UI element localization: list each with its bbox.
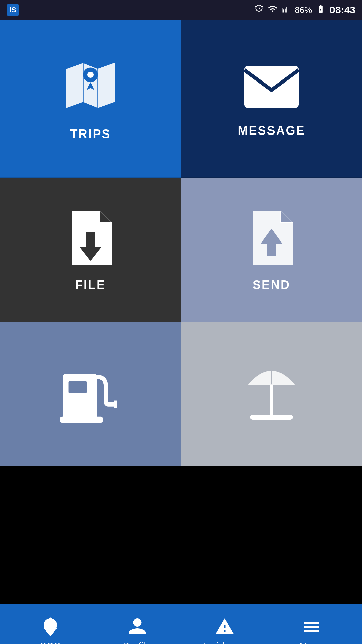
send-icon [245,208,298,268]
file-icon [64,208,117,268]
svg-rect-4 [244,66,299,108]
svg-rect-8 [267,243,276,256]
send-label: SEND [253,278,290,292]
file-label: FILE [75,278,106,292]
leisure-icon [238,356,305,423]
tile-leisure[interactable] [181,322,362,466]
svg-point-3 [87,72,94,78]
tile-message[interactable]: MESSAGE [181,20,362,178]
main-grid: TRIPS MESSAGE FILE [0,20,362,604]
svg-rect-5 [86,232,95,247]
profile-icon [127,616,147,638]
status-time: 08:43 [329,4,355,16]
status-bar: IS 86% 08:43 [0,0,362,20]
battery-icon [316,4,325,16]
nav-sos[interactable]: SOS [7,616,94,644]
nav-incidence[interactable]: Incidence [181,616,268,644]
wifi-icon [268,4,277,16]
profile-label: Profile [123,641,152,644]
nav-menu[interactable]: Menu [268,616,355,644]
svg-rect-9 [63,374,97,420]
message-icon [241,60,302,114]
svg-rect-11 [60,417,103,423]
signal-icon [281,4,291,16]
trips-icon [60,57,121,117]
fuel-icon [57,356,124,423]
status-right: 86% 08:43 [254,4,355,16]
incidence-label: Incidence [203,641,246,644]
tile-send[interactable]: SEND [181,178,362,322]
message-label: MESSAGE [238,124,305,138]
battery-level: 86% [295,5,312,15]
svg-rect-10 [69,381,87,393]
menu-icon [302,616,322,638]
menu-label: Menu [299,641,324,644]
tile-trips[interactable]: TRIPS [0,20,181,178]
status-left: IS [7,4,19,16]
bottom-nav: SOS Profile Incidence Menu [0,604,362,644]
tile-file[interactable]: FILE [0,178,181,322]
svg-rect-16 [250,415,293,420]
sos-label: SOS [40,641,61,644]
nav-profile[interactable]: Profile [94,616,181,644]
tile-fuel[interactable] [0,322,181,466]
alarm-icon [254,4,264,16]
app-logo: IS [7,4,19,16]
trips-label: TRIPS [70,127,111,141]
sos-icon [40,616,60,638]
incidence-icon [215,616,235,638]
